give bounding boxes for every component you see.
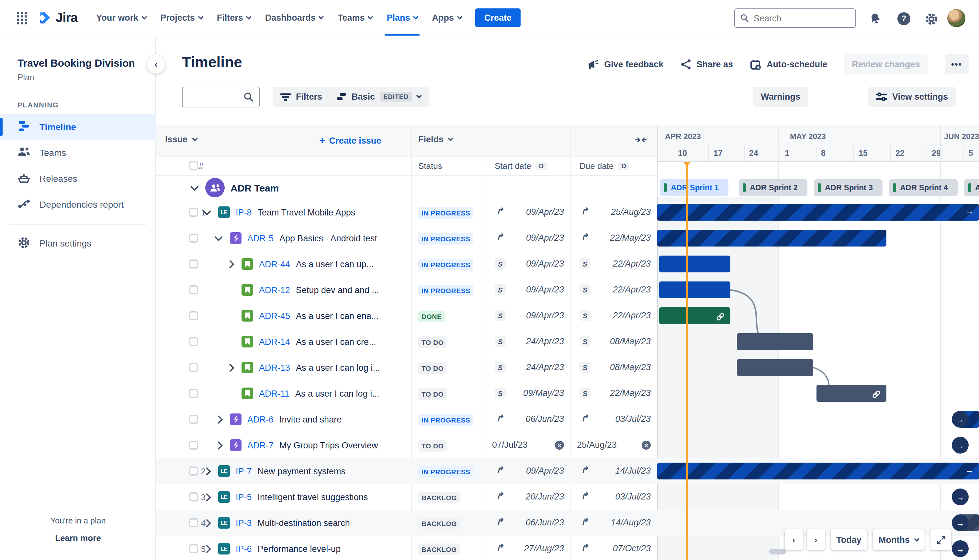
- sidebar-collapse-button[interactable]: ‹: [147, 55, 165, 73]
- gantt-bar[interactable]: →: [657, 463, 979, 480]
- remove-date-icon[interactable]: ×: [642, 441, 651, 450]
- issue-key[interactable]: ADR-13: [259, 363, 290, 372]
- start-date-cell[interactable]: ↱06/Jun/23: [486, 510, 570, 536]
- global-search[interactable]: [734, 8, 856, 28]
- start-date-cell[interactable]: S09/Apr/23: [486, 303, 570, 329]
- range-select-button[interactable]: Months: [873, 529, 925, 550]
- issue-key[interactable]: IP-5: [236, 492, 252, 502]
- due-date-cell[interactable]: ↱03/Jul/23: [570, 406, 657, 432]
- issue-key[interactable]: ADR-6: [247, 414, 274, 424]
- row-checkbox[interactable]: [189, 260, 198, 268]
- start-date-cell[interactable]: S24/Apr/23: [486, 355, 570, 380]
- horizontal-scrollbar-thumb[interactable]: [769, 549, 786, 555]
- issue-key[interactable]: ADR-12: [259, 285, 290, 295]
- start-date-cell[interactable]: ↱20/Jun/23: [486, 484, 570, 510]
- nav-item-teams[interactable]: Teams: [331, 0, 380, 36]
- row-checkbox[interactable]: [189, 208, 198, 217]
- row-checkbox[interactable]: [189, 285, 198, 294]
- expander-chevron-right[interactable]: [226, 363, 234, 372]
- view-settings-button[interactable]: View settings: [868, 87, 956, 107]
- issue-key[interactable]: IP-3: [236, 518, 252, 528]
- jira-logo[interactable]: Jira: [38, 10, 77, 25]
- nav-item-your-work[interactable]: Your work: [89, 0, 153, 36]
- share-as-button[interactable]: Share as: [680, 59, 733, 70]
- expander-chevron-down[interactable]: [190, 182, 199, 190]
- due-date-cell[interactable]: ↱22/May/23: [570, 225, 657, 251]
- due-date-cell[interactable]: S08/May/23: [570, 329, 657, 355]
- start-date-cell[interactable]: S09/Apr/23: [486, 277, 570, 303]
- scroll-to-bar-button[interactable]: →: [952, 514, 969, 531]
- issue-key[interactable]: IP-8: [236, 207, 252, 217]
- issue-key[interactable]: ADR-7: [247, 440, 274, 450]
- due-date-cell[interactable]: S22/Apr/23: [570, 303, 657, 329]
- gantt-bar[interactable]: [737, 359, 813, 376]
- nav-item-plans[interactable]: Plans: [379, 0, 425, 36]
- issue-key[interactable]: IP-6: [236, 544, 252, 553]
- due-date-cell[interactable]: S22/Apr/23: [570, 251, 657, 277]
- create-button[interactable]: Create: [475, 8, 521, 27]
- row-checkbox[interactable]: [189, 441, 198, 450]
- more-actions-button[interactable]: •••: [945, 54, 969, 74]
- due-date-cell[interactable]: S22/May/23: [570, 380, 657, 406]
- issue-key[interactable]: IP-7: [236, 466, 252, 476]
- due-date-cell[interactable]: ↱14/Jul/23: [570, 458, 657, 484]
- fullscreen-button[interactable]: [931, 529, 951, 550]
- app-switcher-icon[interactable]: [9, 5, 35, 31]
- timeline-search-field[interactable]: [182, 87, 260, 107]
- scroll-next-button[interactable]: ›: [807, 529, 825, 550]
- due-date-cell[interactable]: ↱14/Aug/23: [570, 510, 657, 536]
- help-icon[interactable]: ?: [896, 11, 912, 27]
- nav-item-filters[interactable]: Filters: [210, 0, 258, 36]
- expander-chevron-right[interactable]: [214, 441, 222, 449]
- row-checkbox[interactable]: [189, 233, 198, 243]
- sidebar-item-releases[interactable]: Releases: [0, 166, 156, 192]
- collapse-columns-button[interactable]: [635, 135, 647, 148]
- gantt-bar[interactable]: [659, 307, 730, 324]
- start-date-cell[interactable]: ↱06/Jun/23: [486, 406, 570, 432]
- gantt-bar[interactable]: [659, 255, 730, 272]
- row-checkbox[interactable]: [189, 415, 198, 424]
- global-search-input[interactable]: [753, 13, 850, 23]
- issue-key[interactable]: ADR-44: [259, 259, 290, 269]
- row-checkbox[interactable]: [189, 492, 198, 502]
- gantt-bar[interactable]: [659, 282, 730, 298]
- filters-button[interactable]: Filters: [272, 87, 330, 107]
- warnings-button[interactable]: Warnings: [753, 87, 808, 107]
- start-date-cell[interactable]: ↱09/Apr/23: [486, 458, 570, 484]
- gantt-bar[interactable]: →: [657, 204, 979, 221]
- due-date-cell[interactable]: 25/Aug/23×: [570, 432, 657, 458]
- scroll-prev-button[interactable]: ‹: [785, 529, 803, 550]
- select-all-checkbox[interactable]: [189, 161, 198, 170]
- due-date-cell[interactable]: S08/May/23: [570, 355, 657, 380]
- fields-column-header[interactable]: Fields: [418, 135, 453, 144]
- notifications-icon[interactable]: [868, 11, 883, 27]
- start-date-cell[interactable]: ↱27/Aug/23: [486, 536, 570, 560]
- row-checkbox[interactable]: [189, 544, 198, 553]
- sidebar-item-plan-settings[interactable]: Plan settings: [0, 230, 156, 256]
- row-checkbox[interactable]: [189, 389, 198, 398]
- issue-column-header[interactable]: Issue: [165, 135, 197, 144]
- sidebar-item-teams[interactable]: Teams: [0, 140, 156, 166]
- gantt-bar[interactable]: [737, 333, 813, 350]
- issue-key[interactable]: ADR-14: [259, 337, 290, 347]
- expander-chevron-right[interactable]: [214, 415, 222, 423]
- row-checkbox[interactable]: [189, 311, 198, 320]
- sprint-chip[interactable]: ADR Sprint 1: [660, 179, 728, 196]
- nav-item-dashboards[interactable]: Dashboards: [258, 0, 331, 36]
- scroll-to-bar-button[interactable]: →: [952, 437, 969, 453]
- issue-key[interactable]: ADR-11: [259, 388, 289, 398]
- due-date-cell[interactable]: S22/Apr/23: [570, 277, 657, 303]
- issue-key[interactable]: ADR-45: [259, 311, 290, 321]
- gantt-bar[interactable]: [657, 230, 886, 247]
- start-date-cell[interactable]: ↱09/Apr/23: [486, 199, 570, 225]
- user-avatar[interactable]: [947, 9, 966, 27]
- row-checkbox[interactable]: [189, 467, 198, 475]
- start-date-cell[interactable]: ↱09/Apr/23: [486, 225, 570, 251]
- auto-schedule-button[interactable]: Auto-schedule: [750, 58, 827, 70]
- sprint-chip[interactable]: ADR Sprint 3: [814, 179, 882, 196]
- due-date-cell[interactable]: ↱25/Aug/23: [570, 199, 657, 225]
- remove-date-icon[interactable]: ×: [555, 441, 564, 450]
- review-changes-button[interactable]: Review changes: [844, 54, 928, 74]
- learn-more-link[interactable]: Learn more: [0, 533, 156, 543]
- row-checkbox[interactable]: [189, 363, 198, 372]
